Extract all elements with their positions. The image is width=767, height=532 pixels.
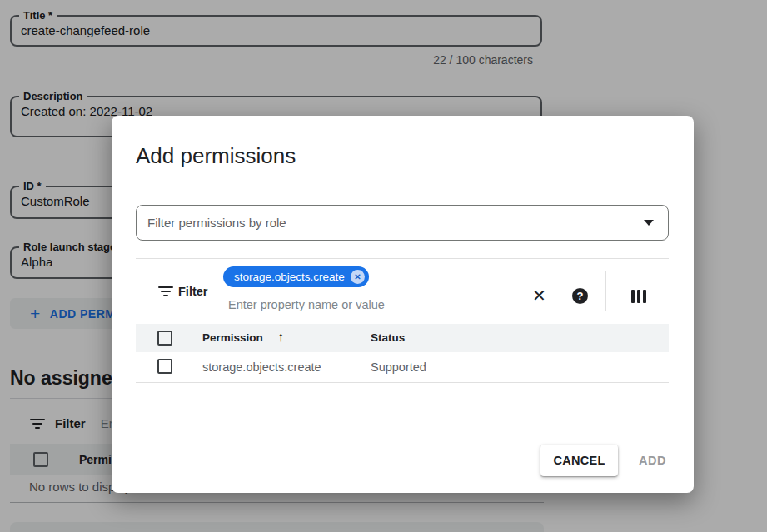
- column-display-icon[interactable]: [631, 290, 646, 303]
- toolbar-divider: [605, 271, 606, 311]
- cancel-button[interactable]: CANCEL: [540, 445, 618, 476]
- filter-chip-label: storage.objects.create: [234, 271, 345, 283]
- add-button[interactable]: ADD: [639, 445, 666, 476]
- filter-icon: [158, 286, 173, 296]
- filter-permissions-by-role-dropdown[interactable]: Filter permissions by role: [136, 205, 669, 241]
- column-header-status[interactable]: Status: [371, 331, 405, 344]
- sort-ascending-icon[interactable]: ↑: [277, 330, 284, 345]
- table-row[interactable]: storage.objects.create Supported: [136, 352, 669, 383]
- help-icon[interactable]: ?: [572, 288, 588, 304]
- filter-chip[interactable]: storage.objects.create ✕: [223, 266, 369, 287]
- select-all-checkbox[interactable]: [157, 331, 172, 346]
- filter-input-placeholder[interactable]: Enter property name or value: [228, 298, 385, 311]
- permission-cell: storage.objects.create: [202, 360, 321, 374]
- row-checkbox[interactable]: [157, 359, 172, 374]
- arrow-drop-down-icon: [644, 220, 654, 226]
- add-permissions-dialog: Add permissions Filter permissions by ro…: [112, 116, 694, 493]
- permissions-table-header: Permission ↑ Status: [136, 324, 669, 352]
- chip-remove-icon[interactable]: ✕: [351, 270, 365, 284]
- permissions-filter-toolbar: Filter storage.objects.create ✕ Enter pr…: [136, 258, 669, 324]
- clear-filter-icon[interactable]: ✕: [532, 287, 546, 304]
- role-dropdown-placeholder: Filter permissions by role: [147, 216, 286, 230]
- create-role-page: Title * create-changefeed-role 22 / 100 …: [0, 0, 767, 532]
- dialog-title: Add permissions: [136, 143, 296, 169]
- filter-label: Filter: [178, 285, 207, 298]
- status-cell: Supported: [371, 360, 426, 374]
- column-header-permission[interactable]: Permission: [202, 331, 263, 344]
